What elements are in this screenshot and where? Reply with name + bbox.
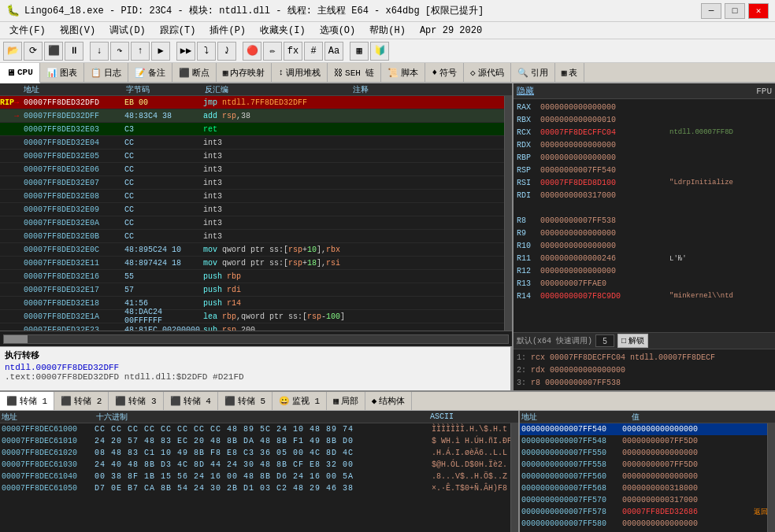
stack-row-8[interactable]: 0000000000007FF578 00007FF8DED32686 返回到	[520, 506, 775, 518]
tab-table[interactable]: ▦ 表	[555, 63, 585, 82]
tb-trace-over[interactable]: ⤸	[217, 42, 236, 61]
reg-rsi[interactable]: RSI00007FF8DED8D100"LdrpInitialize	[517, 176, 772, 189]
menu-trace[interactable]: 跟踪(T)	[154, 22, 202, 39]
tab-script[interactable]: 📜 脚本	[381, 63, 425, 82]
tb-calc[interactable]: fx	[284, 42, 302, 61]
menu-help[interactable]: 帮助(H)	[363, 22, 412, 39]
stack-row-7[interactable]: 0000000000007FF570 0000000000317000	[520, 494, 775, 506]
menu-options[interactable]: 选项(O)	[313, 22, 362, 39]
btab-dump1[interactable]: ⬛ 转储 1	[0, 392, 54, 410]
tb-patch[interactable]: ✏	[263, 42, 282, 61]
hex-dump-panel[interactable]: 地址 十六进制 ASCII 00007FF8DEC61000 CC CC CC …	[0, 411, 520, 532]
unlock-button[interactable]: □ 解锁	[617, 334, 648, 348]
stack-panel[interactable]: 地址 值 0000000000007FF540 0000000000000000…	[520, 411, 775, 532]
qc-item-3[interactable]: 3: r8 00000000007FF538	[517, 376, 772, 389]
tb-stepinto[interactable]: ↓	[90, 42, 109, 61]
reg-r9[interactable]: R90000000000000000	[517, 227, 772, 239]
disasm-table[interactable]: 地址 字节码 反汇编 注释 RIP → 00007FF8DED32DFD EB …	[0, 83, 512, 331]
maximize-button[interactable]: □	[725, 3, 745, 19]
tab-log[interactable]: 📋 日志	[84, 63, 128, 82]
disasm-row-14[interactable]: 00007FF8DED32E16 55 push rbp	[0, 270, 512, 283]
stack-row-4[interactable]: 0000000000007FF558 00000000007FF5D0	[520, 459, 775, 471]
tb-pause[interactable]: ⏸	[65, 42, 83, 61]
tb-mem[interactable]: ▦	[350, 42, 369, 61]
tab-notes[interactable]: 📝 备注	[128, 63, 172, 82]
btab-struct[interactable]: ◆ 结构体	[365, 392, 413, 410]
tab-graph[interactable]: 📊 图表	[40, 63, 84, 82]
disasm-row-18[interactable]: 00007FF8DED32E23 48:81EC 00200000 sub rs…	[0, 323, 512, 331]
reg-rdx[interactable]: RDX0000000000000000	[517, 139, 772, 151]
qc-item-1[interactable]: 1: rcx 00007FF8DECFFC04 ntdll.00007FF8DE…	[517, 351, 772, 364]
tab-bp[interactable]: ⬛ 断点	[172, 63, 217, 82]
disasm-row-7[interactable]: 00007FF8DED32E07CCint3	[0, 176, 512, 190]
disasm-row-12[interactable]: 00007FF8DED32E0C 48:895C24 10 mov qword …	[0, 243, 512, 257]
tb-restart[interactable]: ⟳	[24, 42, 43, 61]
menu-plugin[interactable]: 插件(P)	[203, 22, 252, 39]
disasm-row-2[interactable]: → 00007FF8DED32DFF 48:83C4 38 add rsp,38	[0, 109, 512, 123]
tb-font[interactable]: Aa	[324, 42, 343, 61]
hex-row-2[interactable]: 00007FF8DEC61010 24 20 57 48 83 EC 20 48…	[0, 435, 518, 447]
minimize-button[interactable]: ─	[701, 3, 721, 19]
disasm-row-10[interactable]: 00007FF8DED32E0ACCint3	[0, 216, 512, 230]
hex-row-3[interactable]: 00007FF8DEC61020 08 48 83 C1 10 49 8B F8…	[0, 447, 518, 459]
tab-memmap[interactable]: ▦ 内存映射	[217, 63, 273, 82]
disasm-row-5[interactable]: 00007FF8DED32E05CCint3	[0, 150, 512, 163]
tb-stop[interactable]: ⬛	[44, 42, 63, 61]
tab-symbols[interactable]: ♦ 符号	[425, 63, 464, 82]
disasm-row-17[interactable]: 00007FF8DED32E1A 48:DAC24 00FFFFFF lea r…	[0, 310, 512, 323]
disasm-row-8[interactable]: 00007FF8DED32E08CCint3	[0, 190, 512, 203]
disasm-row-6[interactable]: 00007FF8DED32E06CCint3	[0, 163, 512, 176]
stack-row-3[interactable]: 0000000000007FF550 0000000000000000	[520, 447, 775, 459]
tab-cpu[interactable]: 🖥 CPU	[0, 63, 40, 83]
hex-row-1[interactable]: 00007FF8DEC61000 CC CC CC CC CC CC CC CC…	[0, 423, 518, 435]
tb-bp[interactable]: 🔴	[243, 42, 261, 61]
tab-seh[interactable]: ⛓ SEH 链	[328, 63, 381, 82]
tb-run-cursor[interactable]: ▶	[151, 42, 170, 61]
disasm-row-13[interactable]: 00007FF8DED32E11 48:897424 18 mov qword …	[0, 257, 512, 270]
disasm-row-4[interactable]: 00007FF8DED32E04CCint3	[0, 136, 512, 150]
hex-row-4[interactable]: 00007FF8DEC61030 24 40 48 8B D3 4C 8D 44…	[0, 459, 518, 471]
close-button[interactable]: ✕	[748, 3, 769, 19]
stack-row-2[interactable]: 0000000000007FF548 00000000007FF5D0	[520, 435, 775, 447]
tb-open[interactable]: 📂	[3, 42, 22, 61]
stack-row-1[interactable]: 0000000000007FF540 0000000000000000	[520, 423, 775, 435]
menu-view[interactable]: 视图(V)	[54, 22, 102, 39]
reg-rbp[interactable]: RBP0000000000000000	[517, 151, 772, 164]
reg-rsp[interactable]: RSP00000000007FF540	[517, 164, 772, 176]
disasm-row-15[interactable]: 00007FF8DED32E17 57 push rdi	[0, 283, 512, 297]
hex-row-5[interactable]: 00007FF8DEC61040 00 38 8F 1B 15 56 24 16…	[0, 471, 518, 482]
reg-r14[interactable]: R1400000000007F8C9D0"minkernel\\ntd	[517, 290, 772, 302]
tb-run[interactable]: ▶▶	[176, 42, 195, 61]
menu-file[interactable]: 文件(F)	[3, 22, 52, 39]
menu-favorites[interactable]: 收藏夹(I)	[254, 22, 312, 39]
tb-stepout[interactable]: ↑	[131, 42, 150, 61]
btab-locals[interactable]: ▦ 局部	[327, 392, 365, 410]
btab-dump3[interactable]: ⬛ 转储 3	[109, 392, 163, 410]
reg-r13[interactable]: R13000000007FFAE0	[517, 277, 772, 290]
reg-rcx[interactable]: RCX00007FF8DECFFC04ntdll.00007FF8D	[517, 126, 772, 139]
reg-r12[interactable]: R120000000000000000	[517, 264, 772, 277]
btab-watch1[interactable]: 😀 监视 1	[273, 392, 327, 410]
qc-item-2[interactable]: 2: rdx 0000000000000000	[517, 364, 772, 376]
disasm-row-ret[interactable]: 00007FF8DED32E03 C3 ret	[0, 123, 512, 136]
tb-stepover[interactable]: ↷	[110, 42, 129, 61]
stack-row-9[interactable]: 0000000000007FF580 0000000000000000	[520, 518, 775, 530]
hex-row-6[interactable]: 00007FF8DEC61050 D7 0E B7 CA 8B 54 24 30…	[0, 482, 518, 494]
disasm-row-11[interactable]: 00007FF8DED32E0BCCint3	[0, 230, 512, 243]
disasm-row-9[interactable]: 00007FF8DED32E09CCint3	[0, 203, 512, 216]
reg-rdi[interactable]: RDI0000000000317000	[517, 189, 772, 201]
reg-r10[interactable]: R100000000000000000	[517, 239, 772, 252]
disasm-row-16[interactable]: 00007FF8DED32E18 41:56 push r14	[0, 297, 512, 310]
stack-row-5[interactable]: 0000000000007FF560 0000000000000000	[520, 471, 775, 482]
tab-callstack[interactable]: ↕ 调用堆栈	[272, 63, 328, 82]
tab-ref[interactable]: 🔍 引用	[511, 63, 555, 82]
tb-extra[interactable]: 🔰	[370, 42, 389, 61]
disasm-row-rip[interactable]: RIP → 00007FF8DED32DFD EB 00 jmp ntdll.7…	[0, 96, 512, 109]
reg-r11[interactable]: R110000000000000246L'Ƕ'	[517, 252, 772, 264]
tab-source[interactable]: ◇ 源代码	[464, 63, 511, 82]
reg-rax[interactable]: RAX0000000000000000	[517, 101, 772, 113]
hide-fpu-label[interactable]: 隐藏	[517, 85, 534, 97]
btab-dump2[interactable]: ⬛ 转储 2	[54, 392, 109, 410]
tb-trace-into[interactable]: ⤵	[197, 42, 216, 61]
reg-r8[interactable]: R800000000007FF538	[517, 214, 772, 227]
